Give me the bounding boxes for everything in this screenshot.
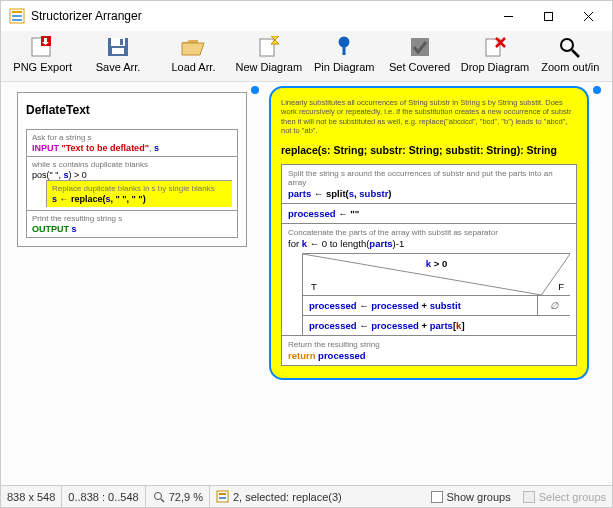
string-literal: "Text to be deflated": [62, 143, 149, 153]
variable: parts: [369, 238, 392, 249]
diagram-title: DeflateText: [18, 93, 246, 129]
pin-icon: [328, 35, 360, 59]
zoom-value: 72,9 %: [169, 491, 203, 503]
expr: ]: [461, 320, 464, 331]
diagram-note: Linearly substitutes all occurrences of …: [281, 98, 577, 136]
empty: ∅: [550, 300, 558, 311]
export-icon: [27, 35, 59, 59]
set-covered-icon: [404, 35, 436, 59]
expr: ← "": [336, 208, 360, 219]
pin-marker: [593, 86, 601, 94]
nsd-output[interactable]: Print the resulting string s OUTPUT s: [27, 210, 237, 237]
nsd-for[interactable]: Concatenate the parts of the array with …: [282, 223, 576, 335]
close-button[interactable]: [568, 3, 608, 29]
diagram-signature: replace(s: String; substr: String; subst…: [281, 144, 577, 156]
variable: processed: [309, 320, 357, 331]
drop-diagram-button[interactable]: Drop Diagram: [457, 33, 532, 75]
diagram-deflatetext[interactable]: DeflateText Ask for a string s INPUT "Te…: [17, 92, 247, 247]
checkbox-icon: [523, 491, 535, 503]
nsd-assign[interactable]: Replace duplicate blanks in s by single …: [47, 181, 232, 207]
maximize-button[interactable]: [528, 3, 568, 29]
save-icon: [102, 35, 134, 59]
nsd-while-body: Replace duplicate blanks in s by single …: [46, 180, 232, 207]
true-label: T: [311, 281, 317, 292]
checkbox-icon: [431, 491, 443, 503]
svg-rect-16: [411, 38, 429, 56]
variable: parts: [288, 188, 311, 199]
variable: substr: [359, 188, 388, 199]
minimize-button[interactable]: [488, 3, 528, 29]
save-arr-button[interactable]: Save Arr.: [80, 33, 155, 75]
nsd-if-true[interactable]: processed ← processed + substit: [303, 296, 538, 315]
svg-rect-12: [112, 48, 124, 54]
window-title: Structorizer Arranger: [31, 9, 488, 23]
expr: ← 0 to length(: [307, 238, 369, 249]
new-diagram-icon: [253, 35, 285, 59]
svg-line-22: [303, 254, 541, 295]
show-groups-checkbox[interactable]: Show groups: [425, 486, 517, 507]
nsd-assign[interactable]: Split the string s around the occurrence…: [282, 165, 576, 203]
expr: , " ", " "): [111, 194, 146, 204]
nsd-while[interactable]: while s contains duplicate blanks pos(" …: [27, 156, 237, 210]
expr: pos(" ",: [32, 170, 63, 180]
pin-marker: [251, 86, 259, 94]
variable: processed: [371, 300, 419, 311]
expr: ←: [357, 300, 372, 311]
tool-label: Load Arr.: [171, 61, 215, 73]
toolbar: PNG Export Save Arr. Load Arr. New Diagr…: [1, 31, 612, 82]
svg-rect-1: [12, 11, 22, 13]
nsd-body: Ask for a string s INPUT "Text to be def…: [26, 129, 238, 238]
expr: +: [419, 300, 430, 311]
pin-diagram-button[interactable]: Pin Diagram: [307, 33, 382, 75]
nsd-if-header[interactable]: k > 0 T F: [303, 254, 570, 296]
svg-rect-28: [219, 497, 226, 499]
expr: ← replace(: [57, 194, 106, 204]
false-label: F: [558, 281, 564, 292]
arranger-canvas[interactable]: DeflateText Ask for a string s INPUT "Te…: [1, 82, 612, 485]
folder-open-icon: [177, 35, 209, 59]
nsd-return[interactable]: Return the resulting string return proce…: [282, 335, 576, 365]
variable: s: [72, 224, 77, 234]
keyword: INPUT: [32, 143, 59, 153]
magnifier-icon: [152, 490, 166, 504]
tool-label: PNG Export: [13, 61, 72, 73]
statusbar: 838 x 548 0..838 : 0..548 72,9 % 2, sele…: [1, 485, 612, 507]
keyword: OUTPUT: [32, 224, 69, 234]
nsd-for-body: k > 0 T F processed ← processed + substi…: [302, 253, 570, 335]
nsd-comment: Return the resulting string: [288, 340, 570, 349]
expr: ← split(: [311, 188, 348, 199]
svg-rect-3: [12, 19, 22, 21]
status-dimensions: 838 x 548: [1, 486, 62, 507]
diagram-replace[interactable]: Linearly substitutes all occurrences of …: [269, 86, 589, 380]
expr: +: [419, 320, 430, 331]
svg-line-23: [541, 254, 570, 295]
expr: ←: [357, 320, 372, 331]
drop-diagram-icon: [479, 35, 511, 59]
set-covered-button[interactable]: Set Covered: [382, 33, 457, 75]
diagram-icon: [216, 490, 230, 504]
tool-label: Set Covered: [389, 61, 450, 73]
svg-rect-26: [217, 491, 228, 502]
load-arr-button[interactable]: Load Arr.: [156, 33, 231, 75]
tool-label: New Diagram: [235, 61, 302, 73]
variable: substit: [430, 300, 461, 311]
png-export-button[interactable]: PNG Export: [5, 33, 80, 75]
nsd-if-false[interactable]: ∅: [538, 296, 570, 315]
magnifier-icon: [554, 35, 586, 59]
svg-point-24: [154, 492, 161, 499]
new-diagram-button[interactable]: New Diagram: [231, 33, 306, 75]
nsd-assign[interactable]: processed ← "": [282, 203, 576, 223]
svg-rect-2: [12, 15, 22, 17]
select-groups-checkbox: Select groups: [517, 486, 612, 507]
svg-line-21: [572, 50, 579, 57]
variable: processed: [309, 300, 357, 311]
nsd-input[interactable]: Ask for a string s INPUT "Text to be def…: [27, 130, 237, 156]
nsd-comment: Concatenate the parts of the array with …: [288, 228, 570, 237]
nsd-assign[interactable]: processed ← processed + parts[k]: [303, 316, 570, 335]
expr: ) > 0: [68, 170, 86, 180]
nsd-body: Split the string s around the occurrence…: [281, 164, 577, 366]
svg-rect-27: [219, 493, 226, 495]
zoom-button[interactable]: Zoom out/in: [533, 33, 608, 75]
checkbox-label: Show groups: [447, 491, 511, 503]
nsd-comment: Replace duplicate blanks in s by single …: [52, 184, 227, 193]
